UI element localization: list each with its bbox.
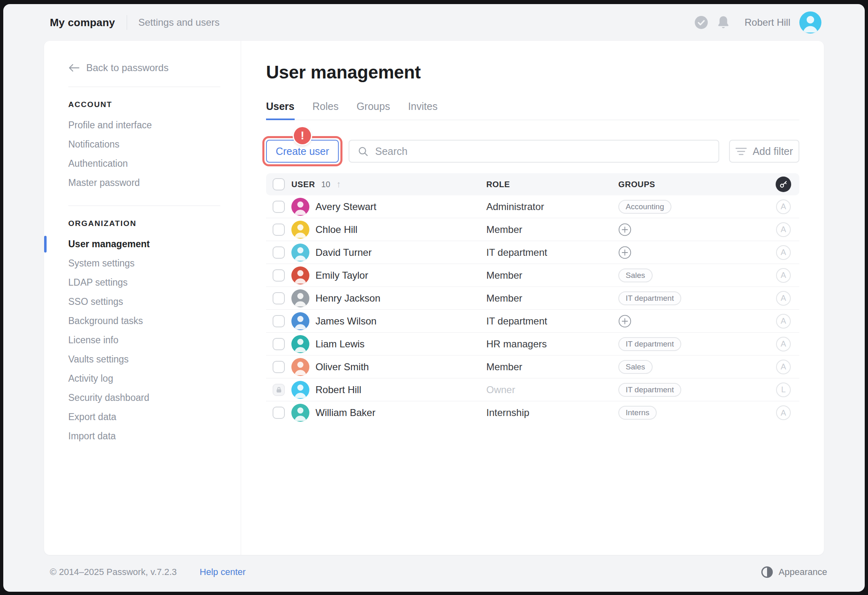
access-level-letter: A — [781, 202, 786, 211]
user-cell: Emily Taylor — [291, 266, 486, 284]
access-level-badge: A — [776, 268, 791, 283]
user-name[interactable]: Henry Jackson — [315, 293, 380, 304]
user-avatar — [291, 312, 309, 330]
row-checkbox[interactable] — [273, 361, 285, 373]
user-name[interactable]: William Baker — [315, 407, 376, 418]
tab-users[interactable]: Users — [266, 101, 295, 120]
tab-groups[interactable]: Groups — [356, 101, 390, 120]
back-to-passwords-link[interactable]: Back to passwords — [44, 62, 241, 74]
group-badge[interactable]: IT department — [618, 291, 681, 305]
topbar-right: Robert Hill — [693, 11, 821, 34]
sidebar-item-activity-log[interactable]: Activity log — [44, 369, 241, 388]
appearance-toggle[interactable]: Appearance — [761, 566, 827, 578]
table-header: USER 10 ↑ ROLE GROUPS — [266, 173, 799, 195]
row-checkbox[interactable] — [273, 407, 285, 419]
back-arrow-icon — [68, 63, 80, 72]
sort-ascending-icon[interactable]: ↑ — [336, 179, 341, 190]
sidebar-item-sso-settings[interactable]: SSO settings — [44, 292, 241, 311]
table-row: Robert Hill Owner IT department L — [266, 378, 799, 401]
plus-circle-icon — [618, 223, 631, 236]
user-groups-cell — [618, 223, 776, 236]
user-cell: James Wilson — [291, 312, 486, 330]
user-name[interactable]: Oliver Smith — [315, 361, 369, 373]
user-cell: Chloe Hill — [291, 221, 486, 239]
user-avatar — [291, 289, 309, 307]
tab-invites[interactable]: Invites — [408, 101, 437, 120]
user-groups-cell — [618, 246, 776, 259]
add-group-button[interactable] — [618, 223, 631, 236]
appearance-icon — [761, 566, 773, 578]
user-groups-cell: Sales — [618, 268, 776, 282]
app-window: My company Settings and users Robert Hil… — [3, 4, 865, 592]
user-role: HR managers — [486, 338, 618, 350]
user-cell: David Turner — [291, 244, 486, 262]
row-checkbox[interactable] — [273, 246, 285, 259]
row-checkbox[interactable] — [273, 269, 285, 282]
add-group-button[interactable] — [618, 246, 631, 259]
user-role: IT department — [486, 315, 618, 327]
sidebar-item-profile-and-interface[interactable]: Profile and interface — [44, 116, 241, 135]
user-name[interactable]: James Wilson — [315, 315, 376, 327]
user-name[interactable]: Chloe Hill — [315, 224, 358, 235]
access-level-letter: A — [781, 316, 786, 326]
sidebar-section-list: Profile and interface Notifications Auth… — [44, 116, 241, 192]
group-badge[interactable]: IT department — [618, 337, 681, 351]
sidebar-item-security-dashboard[interactable]: Security dashboard — [44, 388, 241, 407]
current-user-avatar[interactable] — [799, 11, 821, 34]
group-badge[interactable]: IT department — [618, 383, 681, 397]
row-checkbox[interactable] — [273, 292, 285, 304]
select-all-checkbox[interactable] — [273, 178, 285, 190]
sidebar-item-background-tasks[interactable]: Background tasks — [44, 311, 241, 331]
add-filter-button[interactable]: Add filter — [729, 140, 799, 163]
sidebar-item-master-password[interactable]: Master password — [44, 173, 241, 192]
sidebar-sections: ACCOUNT Profile and interface Notificati… — [44, 87, 241, 446]
sidebar-item-vaults-settings[interactable]: Vaults settings — [44, 350, 241, 369]
group-badge[interactable]: Accounting — [618, 200, 671, 214]
sidebar-item-ldap-settings[interactable]: LDAP settings — [44, 273, 241, 292]
sidebar-divider — [68, 87, 220, 87]
group-badge[interactable]: Sales — [618, 360, 653, 374]
row-checkbox[interactable] — [273, 224, 285, 236]
header-user-label: USER — [291, 180, 315, 189]
user-name[interactable]: Avery Stewart — [315, 201, 376, 212]
user-avatar — [291, 404, 309, 422]
group-badge[interactable]: Interns — [618, 406, 657, 420]
group-badge[interactable]: Sales — [618, 268, 653, 282]
search-input[interactable] — [375, 145, 710, 157]
user-name[interactable]: David Turner — [315, 247, 371, 258]
add-filter-label: Add filter — [753, 145, 793, 157]
users-table: USER 10 ↑ ROLE GROUPS — [266, 173, 799, 424]
user-name[interactable]: Emily Taylor — [315, 270, 368, 281]
sidebar-item-import-data[interactable]: Import data — [44, 427, 241, 446]
row-checkbox[interactable] — [273, 315, 285, 327]
check-circle-icon[interactable] — [693, 14, 709, 31]
top-bar: My company Settings and users Robert Hil… — [3, 4, 865, 41]
row-checkbox[interactable] — [273, 201, 285, 213]
user-avatar — [291, 198, 309, 216]
key-icon[interactable] — [776, 177, 791, 192]
help-center-link[interactable]: Help center — [200, 567, 246, 577]
tab-roles[interactable]: Roles — [313, 101, 339, 120]
row-checkbox[interactable] — [273, 338, 285, 350]
users-count: 10 — [321, 180, 330, 189]
bell-icon[interactable] — [715, 14, 732, 31]
user-name[interactable]: Robert Hill — [315, 384, 361, 396]
access-level-badge: A — [776, 360, 791, 374]
user-cell: Robert Hill — [291, 381, 486, 399]
user-role: Owner — [486, 384, 618, 396]
header-user-cell: USER 10 ↑ — [291, 179, 486, 190]
access-level-letter: A — [781, 339, 786, 349]
search-icon — [358, 146, 369, 157]
sidebar-item-license-info[interactable]: License info — [44, 331, 241, 350]
sidebar-item-export-data[interactable]: Export data — [44, 407, 241, 427]
sidebar-section-title: ORGANIZATION — [44, 219, 241, 228]
sidebar-item-authentication[interactable]: Authentication — [44, 154, 241, 173]
sidebar-item-system-settings[interactable]: System settings — [44, 254, 241, 273]
add-group-button[interactable] — [618, 315, 631, 328]
access-level-badge: L — [776, 382, 791, 397]
user-name[interactable]: Liam Lewis — [315, 338, 365, 350]
table-row: Oliver Smith Member Sales A — [266, 356, 799, 378]
current-user-name[interactable]: Robert Hill — [745, 17, 790, 28]
sidebar-item-user-management[interactable]: User management — [44, 235, 241, 254]
sidebar-item-notifications[interactable]: Notifications — [44, 135, 241, 154]
